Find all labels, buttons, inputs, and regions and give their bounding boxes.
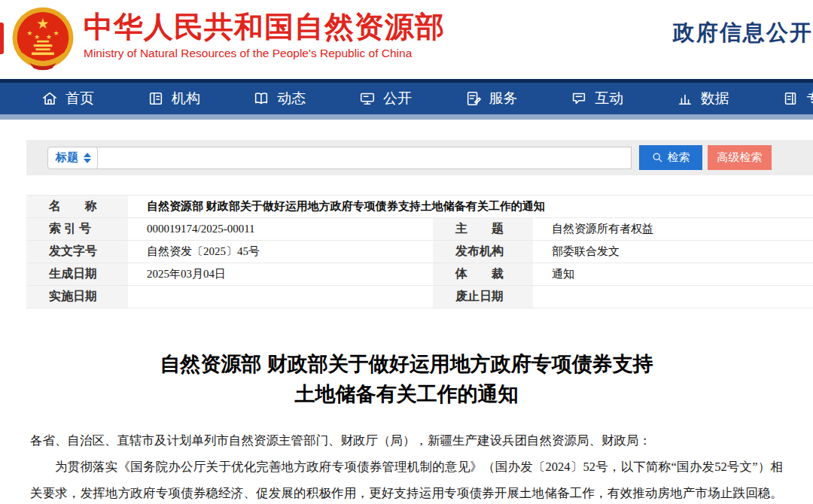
meta-label-created: 生成日期 [26,263,128,286]
nav-item-label: 专题 [806,89,813,108]
nav-item-topics[interactable]: 专题 [782,89,813,108]
search-bar: 标题 检索 高级检索 [26,140,813,175]
search-input[interactable] [96,147,632,169]
meta-value-issuer: 部委联合发文 [533,241,813,263]
svg-text:★: ★ [26,29,32,37]
advanced-search-button[interactable]: 高级检索 [708,145,772,170]
meta-label-docnumber: 发文字号 [26,241,128,263]
search-field-selector-label: 标题 [56,150,78,165]
nav-item-label: 互动 [595,89,623,108]
nav-item-disclosure[interactable]: 公开 [359,89,465,108]
news-book-icon [253,90,269,107]
search-icon [652,152,663,163]
meta-value-created: 2025年03月04日 [128,263,433,286]
nav-item-services[interactable]: 服务 [465,89,571,108]
selector-arrows-icon [84,153,91,163]
site-header: ★ ★ ★ ★ ★ 中华人民共和国自然资源部 Ministry of Natur… [0,0,813,79]
nav-item-organization[interactable]: 机构 [148,89,254,108]
search-field-selector[interactable]: 标题 [47,147,98,169]
nav-item-label: 首页 [65,89,94,108]
nav-item-home[interactable]: 首页 [41,89,148,108]
meta-label-effective: 实施日期 [26,286,128,308]
search-button-label: 检索 [668,150,690,165]
svg-text:★: ★ [36,15,49,32]
left-edge-red-sliver [0,23,4,54]
meta-label-issuer: 发布机构 [433,241,533,263]
nav-item-data[interactable]: 数据 [677,89,783,108]
main-navigation: 首页 机构 动态 公开 服务 [0,79,813,120]
national-emblem-icon: ★ ★ ★ ★ ★ [10,5,76,74]
meta-value-index: 000019174/2025-00011 [128,218,433,241]
meta-label-index: 索 引 号 [26,218,128,241]
document-title-line1: 自然资源部 财政部关于做好运用地方政府专项债券支持 [0,349,813,379]
document-body: 各省、自治区、直辖市及计划单列市自然资源主管部门、财政厅（局），新疆生产建设兵团… [30,427,783,504]
nav-item-label: 数据 [701,89,729,108]
svg-text:★: ★ [53,29,59,37]
meta-label-repeal: 废止日期 [433,286,533,308]
meta-value-name: 自然资源部 财政部关于做好运用地方政府专项债券支持土地储备有关工作的通知 [128,196,813,218]
document-title-line2: 土地储备有关工作的通知 [0,379,813,409]
nav-item-news[interactable]: 动态 [253,89,359,108]
nav-bottom-stripe [0,114,813,120]
data-barchart-icon [677,90,693,107]
service-document-icon [465,90,482,107]
gov-info-disclosure-title[interactable]: 政府信息公开 [673,18,813,48]
nav-item-label: 公开 [383,89,412,108]
ministry-logo-link[interactable]: ★ ★ ★ ★ ★ 中华人民共和国自然资源部 Ministry of Natur… [10,5,445,74]
ministry-name-zh: 中华人民共和国自然资源部 [84,11,445,44]
table-row: 名 称 自然资源部 财政部关于做好运用地方政府专项债券支持土地储备有关工作的通知 [26,196,813,218]
meta-value-genre: 通知 [533,263,813,286]
nav-item-label: 机构 [172,89,200,108]
table-row: 生成日期 2025年03月04日 体 裁 通知 [26,263,813,286]
svg-text:★: ★ [46,33,52,41]
document-salutation: 各省、自治区、直辖市及计划单列市自然资源主管部门、财政厅（局），新疆生产建设兵团… [30,427,783,454]
home-icon [41,90,58,107]
meta-value-subject: 自然资源所有者权益 [533,218,813,241]
meta-label-genre: 体 裁 [433,263,533,286]
document-metadata-table: 名 称 自然资源部 财政部关于做好运用地方政府专项债券支持土地储备有关工作的通知… [26,195,813,308]
meta-label-name: 名 称 [26,196,128,218]
advanced-search-label: 高级检索 [717,150,763,165]
interaction-chat-icon [571,90,587,107]
nav-item-label: 动态 [277,89,306,108]
brand-text: 中华人民共和国自然资源部 Ministry of Natural Resourc… [84,5,445,60]
organization-icon [148,90,164,107]
nav-item-label: 服务 [489,89,518,108]
meta-label-subject: 主 题 [433,218,533,241]
svg-text:★: ★ [34,33,40,41]
meta-value-docnumber: 自然资发〔2025〕45号 [128,241,433,263]
table-row: 索 引 号 000019174/2025-00011 主 题 自然资源所有者权益 [26,218,813,241]
topics-journal-icon [782,90,799,107]
nav-item-interaction[interactable]: 互动 [571,89,677,108]
document-title: 自然资源部 财政部关于做好运用地方政府专项债券支持 土地储备有关工作的通知 [0,349,813,409]
meta-value-repeal [533,286,813,308]
ministry-name-en: Ministry of Natural Resources of the Peo… [84,47,445,60]
document-paragraph: 为贯彻落实《国务院办公厅关于优化完善地方政府专项债券管理机制的意见》（国办发〔2… [30,454,783,504]
table-row: 实施日期 废止日期 [26,286,813,308]
search-button[interactable]: 检索 [639,145,702,170]
disclosure-monitor-icon [359,90,376,107]
table-row: 发文字号 自然资发〔2025〕45号 发布机构 部委联合发文 [26,241,813,263]
meta-value-effective [128,286,433,308]
